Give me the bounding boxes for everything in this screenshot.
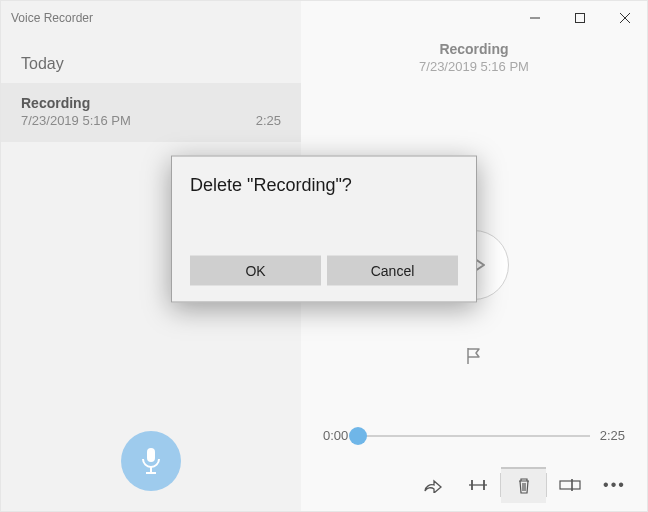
dialog-title: Delete "Recording"? — [190, 175, 458, 196]
voice-recorder-window: Voice Recorder Today Recording 7/23/2019… — [0, 0, 648, 512]
dialog-ok-button[interactable]: OK — [190, 256, 321, 286]
delete-confirm-dialog: Delete "Recording"? OK Cancel — [171, 156, 477, 303]
dialog-overlay: Delete "Recording"? OK Cancel — [1, 1, 647, 511]
dialog-cancel-button[interactable]: Cancel — [327, 256, 458, 286]
